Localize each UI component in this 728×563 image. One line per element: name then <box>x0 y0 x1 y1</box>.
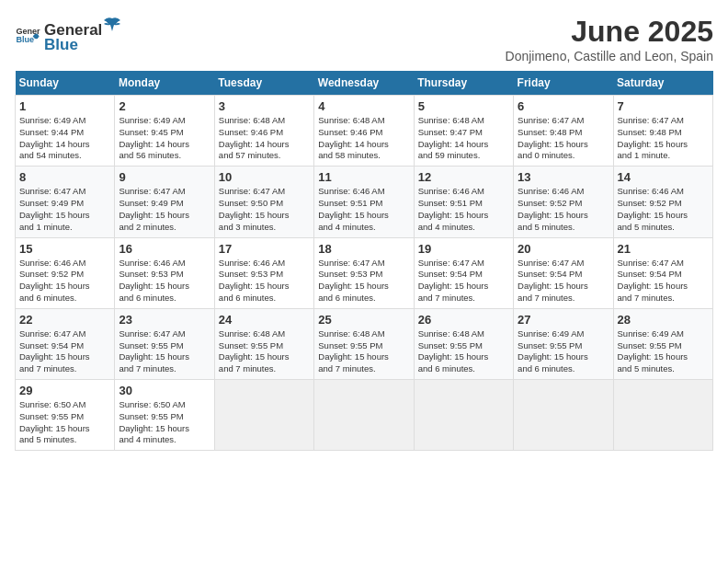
calendar-cell: 4Sunrise: 6:48 AM Sunset: 9:46 PM Daylig… <box>314 96 414 167</box>
calendar-table: SundayMondayTuesdayWednesdayThursdayFrid… <box>15 71 713 451</box>
day-info: Sunrise: 6:46 AM Sunset: 9:53 PM Dayligh… <box>219 258 310 304</box>
header: General Blue General Blue June 2025 Donj… <box>15 15 713 63</box>
calendar-cell: 25Sunrise: 6:48 AM Sunset: 9:55 PM Dayli… <box>314 308 414 379</box>
day-number: 30 <box>119 384 210 397</box>
day-info: Sunrise: 6:47 AM Sunset: 9:54 PM Dayligh… <box>518 258 609 304</box>
calendar-cell: 16Sunrise: 6:46 AM Sunset: 9:53 PM Dayli… <box>115 237 214 308</box>
day-header-friday: Friday <box>514 71 613 96</box>
day-info: Sunrise: 6:48 AM Sunset: 9:47 PM Dayligh… <box>418 115 509 162</box>
calendar-cell: 6Sunrise: 6:47 AM Sunset: 9:48 PM Daylig… <box>514 96 613 167</box>
day-number: 18 <box>318 242 409 256</box>
title-area: June 2025 Donjimeno, Castille and Leon, … <box>506 15 713 63</box>
calendar-cell <box>613 380 712 451</box>
calendar-cell: 13Sunrise: 6:46 AM Sunset: 9:52 PM Dayli… <box>514 167 613 237</box>
day-number: 4 <box>318 99 409 113</box>
day-info: Sunrise: 6:47 AM Sunset: 9:48 PM Dayligh… <box>518 115 609 162</box>
day-number: 9 <box>119 170 210 184</box>
day-info: Sunrise: 6:46 AM Sunset: 9:52 PM Dayligh… <box>19 258 110 304</box>
calendar-cell: 1Sunrise: 6:49 AM Sunset: 9:44 PM Daylig… <box>16 96 115 167</box>
day-number: 26 <box>418 313 509 327</box>
day-number: 24 <box>219 313 310 327</box>
day-number: 21 <box>618 242 709 256</box>
day-number: 6 <box>518 99 609 113</box>
day-info: Sunrise: 6:48 AM Sunset: 9:46 PM Dayligh… <box>219 115 310 162</box>
calendar-cell: 20Sunrise: 6:47 AM Sunset: 9:54 PM Dayli… <box>514 237 613 308</box>
calendar-cell: 17Sunrise: 6:46 AM Sunset: 9:53 PM Dayli… <box>214 237 313 308</box>
calendar-cell: 14Sunrise: 6:46 AM Sunset: 9:52 PM Dayli… <box>613 167 712 237</box>
calendar-cell: 15Sunrise: 6:46 AM Sunset: 9:52 PM Dayli… <box>16 237 115 308</box>
calendar-cell: 28Sunrise: 6:49 AM Sunset: 9:55 PM Dayli… <box>613 308 712 379</box>
day-info: Sunrise: 6:46 AM Sunset: 9:51 PM Dayligh… <box>418 186 509 233</box>
calendar-cell <box>314 380 414 451</box>
calendar-cell: 19Sunrise: 6:47 AM Sunset: 9:54 PM Dayli… <box>414 237 513 308</box>
day-info: Sunrise: 6:47 AM Sunset: 9:50 PM Dayligh… <box>219 186 310 233</box>
day-info: Sunrise: 6:48 AM Sunset: 9:55 PM Dayligh… <box>219 328 310 375</box>
day-info: Sunrise: 6:48 AM Sunset: 9:55 PM Dayligh… <box>318 328 409 375</box>
day-number: 17 <box>219 242 310 256</box>
day-info: Sunrise: 6:49 AM Sunset: 9:55 PM Dayligh… <box>518 328 609 375</box>
day-info: Sunrise: 6:50 AM Sunset: 9:55 PM Dayligh… <box>119 399 210 446</box>
day-number: 8 <box>19 170 110 184</box>
calendar-cell <box>514 380 613 451</box>
calendar-cell: 18Sunrise: 6:47 AM Sunset: 9:53 PM Dayli… <box>314 237 414 308</box>
calendar-cell: 27Sunrise: 6:49 AM Sunset: 9:55 PM Dayli… <box>514 308 613 379</box>
day-number: 27 <box>518 313 609 327</box>
calendar-week-5: 29Sunrise: 6:50 AM Sunset: 9:55 PM Dayli… <box>16 380 713 451</box>
day-number: 11 <box>318 170 409 184</box>
day-info: Sunrise: 6:49 AM Sunset: 9:45 PM Dayligh… <box>119 115 210 162</box>
day-info: Sunrise: 6:47 AM Sunset: 9:49 PM Dayligh… <box>19 186 110 233</box>
calendar-cell <box>214 380 313 451</box>
calendar-cell: 21Sunrise: 6:47 AM Sunset: 9:54 PM Dayli… <box>613 237 712 308</box>
logo-icon: General Blue <box>15 22 40 48</box>
calendar-cell: 7Sunrise: 6:47 AM Sunset: 9:48 PM Daylig… <box>613 96 712 167</box>
day-header-tuesday: Tuesday <box>214 71 313 96</box>
day-number: 3 <box>219 99 310 113</box>
calendar-cell <box>414 380 513 451</box>
day-number: 16 <box>119 242 210 256</box>
day-header-wednesday: Wednesday <box>314 71 414 96</box>
logo: General Blue General Blue <box>15 15 122 54</box>
day-info: Sunrise: 6:46 AM Sunset: 9:53 PM Dayligh… <box>119 258 210 304</box>
calendar-cell: 12Sunrise: 6:46 AM Sunset: 9:51 PM Dayli… <box>414 167 513 237</box>
day-number: 2 <box>119 99 210 113</box>
calendar-cell: 11Sunrise: 6:46 AM Sunset: 9:51 PM Dayli… <box>314 167 414 237</box>
calendar-cell: 5Sunrise: 6:48 AM Sunset: 9:47 PM Daylig… <box>414 96 513 167</box>
calendar-cell: 24Sunrise: 6:48 AM Sunset: 9:55 PM Dayli… <box>214 308 313 379</box>
calendar-cell: 23Sunrise: 6:47 AM Sunset: 9:55 PM Dayli… <box>115 308 214 379</box>
calendar-cell: 22Sunrise: 6:47 AM Sunset: 9:54 PM Dayli… <box>16 308 115 379</box>
day-info: Sunrise: 6:48 AM Sunset: 9:55 PM Dayligh… <box>418 328 509 375</box>
calendar-week-2: 8Sunrise: 6:47 AM Sunset: 9:49 PM Daylig… <box>16 167 713 237</box>
calendar-cell: 29Sunrise: 6:50 AM Sunset: 9:55 PM Dayli… <box>16 380 115 451</box>
logo-bird-icon <box>102 15 122 35</box>
day-number: 20 <box>518 242 609 256</box>
day-header-saturday: Saturday <box>613 71 712 96</box>
day-number: 15 <box>19 242 110 256</box>
day-number: 7 <box>618 99 709 113</box>
day-info: Sunrise: 6:47 AM Sunset: 9:54 PM Dayligh… <box>618 258 709 304</box>
day-info: Sunrise: 6:47 AM Sunset: 9:54 PM Dayligh… <box>418 258 509 304</box>
day-header-thursday: Thursday <box>414 71 513 96</box>
day-number: 19 <box>418 242 509 256</box>
day-header-sunday: Sunday <box>16 71 115 96</box>
day-number: 10 <box>219 170 310 184</box>
day-info: Sunrise: 6:46 AM Sunset: 9:52 PM Dayligh… <box>618 186 709 233</box>
calendar-cell: 2Sunrise: 6:49 AM Sunset: 9:45 PM Daylig… <box>115 96 214 167</box>
day-number: 1 <box>19 99 110 113</box>
calendar-cell: 30Sunrise: 6:50 AM Sunset: 9:55 PM Dayli… <box>115 380 214 451</box>
calendar-week-1: 1Sunrise: 6:49 AM Sunset: 9:44 PM Daylig… <box>16 96 713 167</box>
day-info: Sunrise: 6:49 AM Sunset: 9:44 PM Dayligh… <box>19 115 110 162</box>
day-info: Sunrise: 6:47 AM Sunset: 9:55 PM Dayligh… <box>119 328 210 375</box>
calendar-cell: 3Sunrise: 6:48 AM Sunset: 9:46 PM Daylig… <box>214 96 313 167</box>
day-info: Sunrise: 6:46 AM Sunset: 9:52 PM Dayligh… <box>518 186 609 233</box>
calendar-week-3: 15Sunrise: 6:46 AM Sunset: 9:52 PM Dayli… <box>16 237 713 308</box>
day-info: Sunrise: 6:47 AM Sunset: 9:54 PM Dayligh… <box>19 328 110 375</box>
day-number: 28 <box>618 313 709 327</box>
day-number: 22 <box>19 313 110 327</box>
day-info: Sunrise: 6:47 AM Sunset: 9:48 PM Dayligh… <box>618 115 709 162</box>
day-info: Sunrise: 6:46 AM Sunset: 9:51 PM Dayligh… <box>318 186 409 233</box>
day-number: 25 <box>318 313 409 327</box>
subtitle: Donjimeno, Castille and Leon, Spain <box>506 49 713 63</box>
svg-text:Blue: Blue <box>16 35 34 44</box>
day-number: 23 <box>119 313 210 327</box>
calendar-cell: 26Sunrise: 6:48 AM Sunset: 9:55 PM Dayli… <box>414 308 513 379</box>
